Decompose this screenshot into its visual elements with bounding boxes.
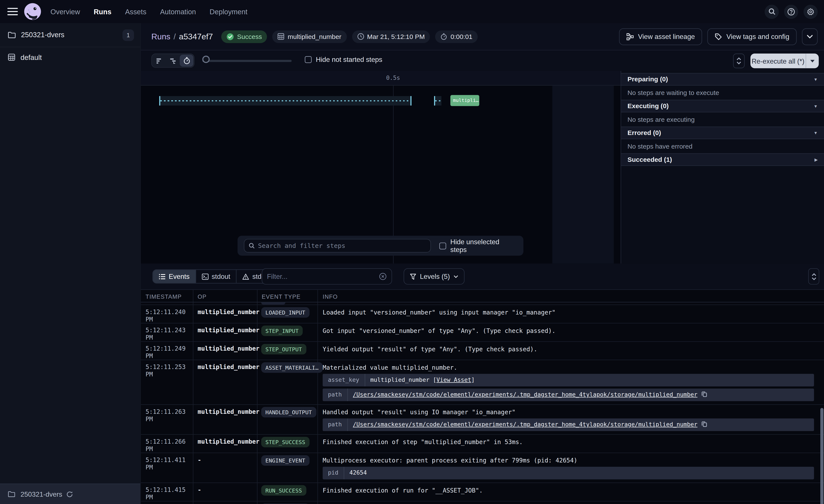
levels-dropdown[interactable]: Levels (5) xyxy=(404,268,465,284)
breadcrumb: Runs/a5347ef7 xyxy=(151,32,213,41)
section-preparing-body: No steps are waiting to execute xyxy=(621,86,824,100)
nav-item-deployment[interactable]: Deployment xyxy=(210,8,247,15)
gantt-step-bar[interactable]: multipli… xyxy=(450,95,479,106)
refresh-icon[interactable] xyxy=(66,491,73,498)
event-type-chip: ASSET_MATERIALI… xyxy=(261,362,323,373)
up-down-carets-icon xyxy=(811,273,816,280)
event-info: Loaded input "versioned_number" using in… xyxy=(323,308,824,317)
step-search-input[interactable] xyxy=(258,242,426,249)
job-count-badge: 1 xyxy=(122,29,134,41)
asset-group-icon xyxy=(8,54,15,61)
run-id: a5347ef7 xyxy=(179,32,213,41)
chevron-expanded-icon: ▼ xyxy=(814,104,818,108)
vertical-scrollbar[interactable] xyxy=(820,408,824,504)
section-succeeded-header[interactable]: Succeeded (1) ▶ xyxy=(621,153,824,166)
col-event-type: EVENT TYPE xyxy=(257,290,317,302)
run-asset-tag[interactable]: multiplied_number xyxy=(272,30,346,43)
nav-item-automation[interactable]: Automation xyxy=(160,8,196,15)
chevron-expanded-icon: ▼ xyxy=(814,77,818,82)
event-op: multiplied_number xyxy=(193,305,257,323)
gantt-timeline: 0.5s xyxy=(141,71,621,86)
log-row[interactable]: 5:12:11.415 PM-RUN_SUCCESSFinished execu… xyxy=(141,483,824,501)
event-type-chip: ENGINE_EVENT xyxy=(261,455,309,466)
folder-icon xyxy=(8,31,16,38)
metadata-link[interactable]: View Asset xyxy=(436,376,471,383)
log-row[interactable]: 5:12:11.266 PMmultiplied_numberSTEP_SUCC… xyxy=(141,434,824,453)
nav-actions xyxy=(765,5,818,19)
metadata-link[interactable]: /Users/smackesey/stm/code/elementl/exper… xyxy=(353,391,697,398)
copy-icon[interactable] xyxy=(701,420,707,427)
event-log-section: Events stdout stderr xyxy=(141,264,824,504)
folder-icon xyxy=(8,491,15,497)
event-op: - xyxy=(193,453,257,483)
search-icon xyxy=(768,8,775,15)
sidebar-footer[interactable]: 250321-dvers xyxy=(0,484,140,504)
gantt-chart: 0.5s multipli… xyxy=(141,71,621,264)
col-timestamp: TIMESTAMP xyxy=(141,290,193,302)
expand-log-button[interactable] xyxy=(808,268,819,284)
tab-stdout[interactable]: stdout xyxy=(196,270,237,283)
waterfall-view-icon xyxy=(169,57,177,64)
metadata-entry: path/Users/smackesey/stm/code/elementl/e… xyxy=(323,418,814,431)
event-info: Yielded output "result" of type "Any". (… xyxy=(323,345,824,354)
reexecute-all-button[interactable]: Re-execute all (*) xyxy=(750,54,806,69)
panel-resize-button[interactable] xyxy=(733,54,744,69)
search-button[interactable] xyxy=(765,5,779,19)
nav-item-assets[interactable]: Assets xyxy=(125,8,146,15)
hide-unselected-label: Hide unselected steps xyxy=(450,238,517,254)
log-row[interactable]: 5:12:11.240 PMmultiplied_numberLOADED_IN… xyxy=(141,304,824,323)
nav-item-overview[interactable]: Overview xyxy=(50,8,80,15)
view-mode-timed-button[interactable] xyxy=(180,54,193,67)
chevron-down-icon xyxy=(807,34,813,38)
reexecute-options-button[interactable] xyxy=(806,54,819,69)
hide-unselected-checkbox[interactable] xyxy=(439,242,446,249)
settings-button[interactable] xyxy=(803,5,818,19)
tab-events[interactable]: Events xyxy=(153,270,196,283)
log-table-header: TIMESTAMP OP EVENT TYPE INFO xyxy=(141,290,824,302)
metadata-key: asset_key xyxy=(323,374,365,386)
view-mode-flat-button[interactable] xyxy=(152,54,166,67)
breadcrumb-runs-link[interactable]: Runs xyxy=(151,32,171,41)
clear-filter-icon[interactable] xyxy=(379,272,387,280)
metadata-value: 42654 xyxy=(344,467,372,479)
sidebar-item-default[interactable]: default xyxy=(0,50,140,65)
zoom-slider-handle[interactable] xyxy=(202,55,210,63)
warning-icon xyxy=(242,273,249,279)
log-row[interactable]: 5:12:11.411 PM-ENGINE_EVENTMultiprocess … xyxy=(141,453,824,482)
hide-not-started-checkbox[interactable] xyxy=(305,56,312,63)
run-more-actions-button[interactable] xyxy=(802,28,818,45)
section-executing-header[interactable]: Executing (0) ▼ xyxy=(621,100,824,112)
log-row[interactable]: 5:12:11.243 PMmultiplied_numberSTEP_INPU… xyxy=(141,323,824,341)
copy-icon[interactable] xyxy=(701,391,707,398)
hamburger-menu-icon[interactable] xyxy=(7,8,18,15)
search-icon xyxy=(248,243,255,249)
log-row[interactable]: 5:12:11.426 PM-ENGINE_EVENTProcess for r… xyxy=(141,501,824,504)
view-tags-config-button[interactable]: View tags and config xyxy=(708,28,797,45)
log-filter-input[interactable] xyxy=(267,272,379,280)
log-row[interactable]: 5:12:11.253 PMmultiplied_numberASSET_MAT… xyxy=(141,360,824,404)
metadata-key: pid xyxy=(323,467,344,479)
run-duration-tag: 0:00:01 xyxy=(435,30,478,43)
help-icon xyxy=(787,8,795,15)
zoom-slider-track[interactable] xyxy=(202,60,292,62)
event-type-chip: RUN_SUCCESS xyxy=(261,485,306,496)
funnel-icon xyxy=(410,273,416,279)
log-row[interactable]: 5:12:11.249 PMmultiplied_numberSTEP_OUTP… xyxy=(141,341,824,360)
terminal-icon xyxy=(202,273,208,279)
event-type-chip: STEP_SUCCESS xyxy=(261,437,309,448)
flat-view-icon xyxy=(155,57,163,64)
section-errored-header[interactable]: Errored (0) ▼ xyxy=(621,127,824,139)
group-name: default xyxy=(21,53,42,61)
section-preparing-header[interactable]: Preparing (0) ▼ xyxy=(621,73,824,86)
sidebar-item-job[interactable]: 250321-dvers 1 xyxy=(0,23,140,47)
help-button[interactable] xyxy=(784,5,799,19)
event-timestamp: 5:12:11.415 PM xyxy=(141,483,193,501)
metadata-link[interactable]: /Users/smackesey/stm/code/elementl/exper… xyxy=(353,421,697,428)
nav-item-runs[interactable]: Runs xyxy=(94,8,111,15)
view-mode-waterfall-button[interactable] xyxy=(166,54,180,67)
dagster-logo[interactable] xyxy=(24,3,41,20)
view-asset-lineage-button[interactable]: View asset lineage xyxy=(619,28,702,45)
log-row[interactable]: 5:12:11.263 PMmultiplied_numberHANDLED_O… xyxy=(141,404,824,434)
tag-icon xyxy=(715,33,722,40)
event-timestamp: 5:12:11.249 PM xyxy=(141,342,193,360)
